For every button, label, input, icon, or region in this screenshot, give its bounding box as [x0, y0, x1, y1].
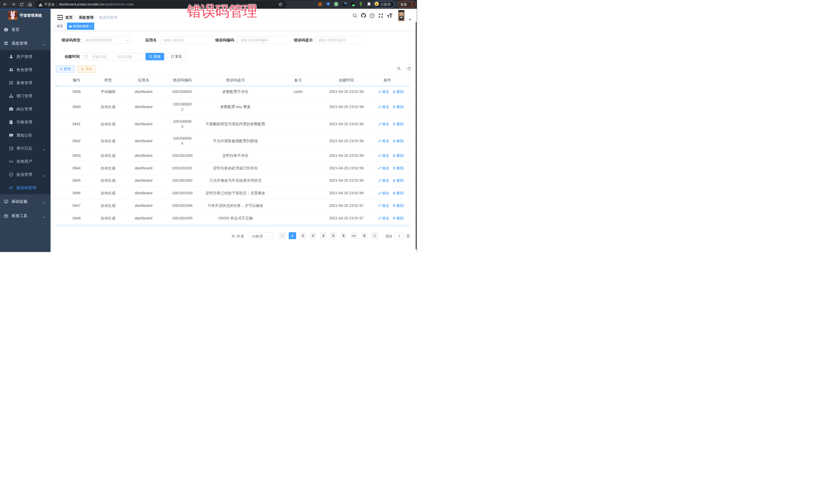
svg-text:on: on: [353, 5, 355, 6]
